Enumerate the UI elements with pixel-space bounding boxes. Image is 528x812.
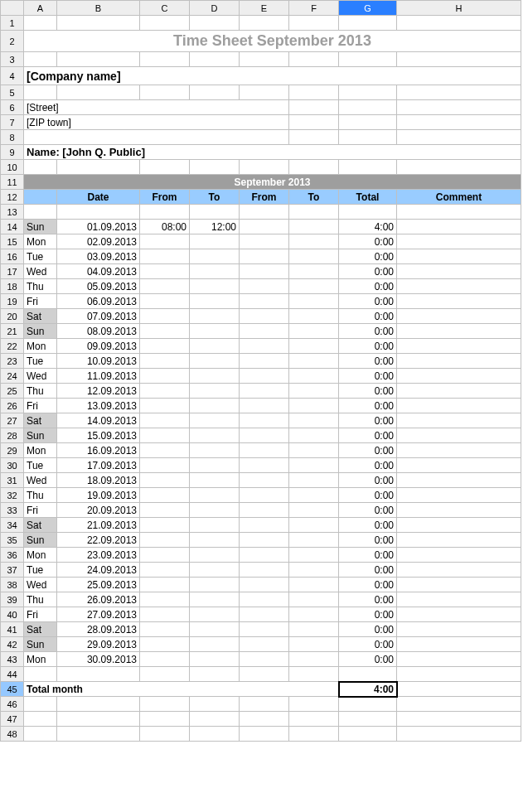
cell[interactable] (339, 115, 397, 130)
day-cell[interactable]: Sat (24, 413, 57, 428)
row-header-33[interactable]: 33 (1, 503, 24, 518)
day-cell[interactable]: Sun (24, 324, 57, 339)
row-header-14[interactable]: 14 (1, 220, 24, 234)
total-cell[interactable]: 0:00 (339, 607, 397, 622)
date-cell[interactable]: 08.09.2013 (57, 324, 140, 339)
day-cell[interactable]: Mon (24, 339, 57, 354)
from2-cell[interactable] (240, 354, 289, 369)
total-cell[interactable]: 4:00 (339, 220, 397, 234)
comment-cell[interactable] (397, 354, 521, 369)
cell[interactable] (24, 160, 57, 175)
colhdr-date[interactable]: Date (57, 190, 140, 205)
to2-cell[interactable] (289, 563, 339, 578)
cell[interactable] (57, 727, 140, 742)
day-cell[interactable]: Sun (24, 220, 57, 234)
cell[interactable] (240, 205, 289, 220)
cell[interactable] (190, 160, 240, 175)
row-header-9[interactable]: 9 (1, 145, 24, 160)
day-cell[interactable]: Wed (24, 578, 57, 592)
from1-cell[interactable] (140, 563, 190, 578)
to2-cell[interactable] (289, 458, 339, 473)
from1-cell[interactable] (140, 592, 190, 607)
from1-cell[interactable]: 08:00 (140, 220, 190, 234)
total-cell[interactable]: 0:00 (339, 533, 397, 548)
from2-cell[interactable] (240, 473, 289, 488)
from2-cell[interactable] (240, 563, 289, 578)
cell[interactable] (24, 697, 57, 712)
cell[interactable] (24, 667, 57, 682)
row-header-37[interactable]: 37 (1, 563, 24, 578)
cell[interactable] (190, 85, 240, 100)
col-header-G[interactable]: G (339, 1, 397, 16)
total-cell[interactable]: 0:00 (339, 563, 397, 578)
cell[interactable] (289, 100, 339, 115)
colhdr-from1[interactable]: From (140, 190, 190, 205)
row-header-46[interactable]: 46 (1, 697, 24, 712)
to1-cell[interactable] (190, 607, 240, 622)
to2-cell[interactable] (289, 369, 339, 384)
date-cell[interactable]: 24.09.2013 (57, 563, 140, 578)
from2-cell[interactable] (240, 309, 289, 324)
cell[interactable] (240, 16, 289, 31)
from2-cell[interactable] (240, 234, 289, 249)
cell[interactable] (397, 667, 521, 682)
day-cell[interactable]: Thu (24, 384, 57, 399)
to2-cell[interactable] (289, 578, 339, 592)
day-cell[interactable]: Sat (24, 518, 57, 533)
to1-cell[interactable] (190, 503, 240, 518)
cell[interactable] (240, 712, 289, 727)
comment-cell[interactable] (397, 413, 521, 428)
date-cell[interactable]: 06.09.2013 (57, 294, 140, 309)
from1-cell[interactable] (140, 458, 190, 473)
to2-cell[interactable] (289, 533, 339, 548)
row-header-16[interactable]: 16 (1, 249, 24, 264)
to1-cell[interactable]: 12:00 (190, 220, 240, 234)
from2-cell[interactable] (240, 578, 289, 592)
row-header-27[interactable]: 27 (1, 413, 24, 428)
cell[interactable] (140, 16, 190, 31)
from1-cell[interactable] (140, 279, 190, 294)
comment-cell[interactable] (397, 324, 521, 339)
to2-cell[interactable] (289, 518, 339, 533)
date-cell[interactable]: 20.09.2013 (57, 503, 140, 518)
total-cell[interactable]: 0:00 (339, 249, 397, 264)
day-cell[interactable]: Tue (24, 563, 57, 578)
row-header-44[interactable]: 44 (1, 667, 24, 682)
from2-cell[interactable] (240, 607, 289, 622)
cell[interactable] (140, 52, 190, 67)
to1-cell[interactable] (190, 324, 240, 339)
day-cell[interactable]: Sat (24, 309, 57, 324)
zip-cell[interactable]: [ZIP town] (24, 115, 289, 130)
cell[interactable] (240, 52, 289, 67)
total-cell[interactable]: 0:00 (339, 473, 397, 488)
date-cell[interactable]: 17.09.2013 (57, 458, 140, 473)
to2-cell[interactable] (289, 220, 339, 234)
cell[interactable] (339, 100, 397, 115)
cell[interactable] (397, 160, 521, 175)
cell[interactable] (339, 667, 397, 682)
day-cell[interactable]: Wed (24, 473, 57, 488)
from2-cell[interactable] (240, 384, 289, 399)
cell[interactable] (140, 697, 190, 712)
total-month-value[interactable]: 4:00 (339, 682, 397, 697)
from2-cell[interactable] (240, 339, 289, 354)
row-header-29[interactable]: 29 (1, 443, 24, 458)
cell[interactable] (339, 205, 397, 220)
from1-cell[interactable] (140, 578, 190, 592)
from1-cell[interactable] (140, 324, 190, 339)
row-header-11[interactable]: 11 (1, 175, 24, 190)
row-header-8[interactable]: 8 (1, 130, 24, 145)
cell[interactable] (24, 727, 57, 742)
from1-cell[interactable] (140, 369, 190, 384)
to1-cell[interactable] (190, 369, 240, 384)
total-cell[interactable]: 0:00 (339, 637, 397, 652)
to1-cell[interactable] (190, 488, 240, 503)
cell[interactable] (339, 16, 397, 31)
date-cell[interactable]: 16.09.2013 (57, 443, 140, 458)
from2-cell[interactable] (240, 279, 289, 294)
date-cell[interactable]: 07.09.2013 (57, 309, 140, 324)
to2-cell[interactable] (289, 279, 339, 294)
from2-cell[interactable] (240, 264, 289, 279)
date-cell[interactable]: 26.09.2013 (57, 592, 140, 607)
row-header-12[interactable]: 12 (1, 190, 24, 205)
